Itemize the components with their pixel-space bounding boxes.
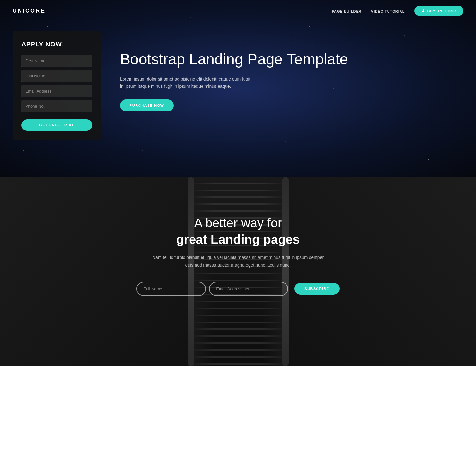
purchase-button[interactable]: PURCHASE NOW [120,99,174,111]
first-name-input[interactable] [21,55,92,67]
email-input[interactable] [21,85,92,97]
section2-title: A better way for great Landing pages [13,215,463,248]
nav-link-page-builder[interactable]: PAGE BUILDER [332,9,362,13]
last-name-group [21,70,92,82]
buy-button-label: BUY UNICORE! [427,9,456,13]
last-name-input[interactable] [21,70,92,82]
nav-item-video-tutorial[interactable]: VIDEO TUTORIAL [371,8,405,14]
email-group [21,85,92,97]
hero-text: Bootstrap Landing Page Template Lorem ip… [120,31,463,111]
subscribe-email-input[interactable] [209,282,288,296]
escalator-section: A better way for great Landing pages Nam… [0,177,476,366]
subscribe-form: SUBSCRIBE [131,282,346,296]
section2-title-line2: great Landing pages [176,232,300,246]
buy-button[interactable]: ⬇ BUY UNICORE! [414,6,463,16]
apply-card: APPLY NOW! GET FREE TRIAL [13,31,101,140]
hero-heading: Bootstrap Landing Page Template [120,50,463,69]
subscribe-button[interactable]: SUBSCRIBE [294,283,339,295]
phone-input[interactable] [21,100,92,112]
hero-description: Lorem ipsum dolor sit amet adipisicing e… [120,75,253,90]
free-trial-button[interactable]: GET FREE TRIAL [21,119,92,131]
section2-title-line1: A better way for [194,216,282,230]
phone-group [21,100,92,112]
first-name-group [21,55,92,67]
brand-logo: UNICORE [13,8,45,14]
hero-content: APPLY NOW! GET FREE TRIAL Bootstrap Land… [0,22,476,159]
nav-item-page-builder[interactable]: PAGE BUILDER [332,8,362,14]
section2-content: A better way for great Landing pages Nam… [0,177,476,315]
nav-link-video-tutorial[interactable]: VIDEO TUTORIAL [371,9,405,13]
nav-item-buy[interactable]: ⬇ BUY UNICORE! [414,6,463,16]
section2-description: Nam tellus turpis blandit et ligula vel … [150,254,327,269]
apply-title: APPLY NOW! [21,41,92,48]
download-icon: ⬇ [421,9,425,13]
subscribe-fullname-input[interactable] [136,282,206,296]
nav-links: PAGE BUILDER VIDEO TUTORIAL ⬇ BUY UNICOR… [332,6,464,16]
navbar: UNICORE PAGE BUILDER VIDEO TUTORIAL ⬇ BU… [0,0,476,22]
hero-section: UNICORE PAGE BUILDER VIDEO TUTORIAL ⬇ BU… [0,0,476,177]
